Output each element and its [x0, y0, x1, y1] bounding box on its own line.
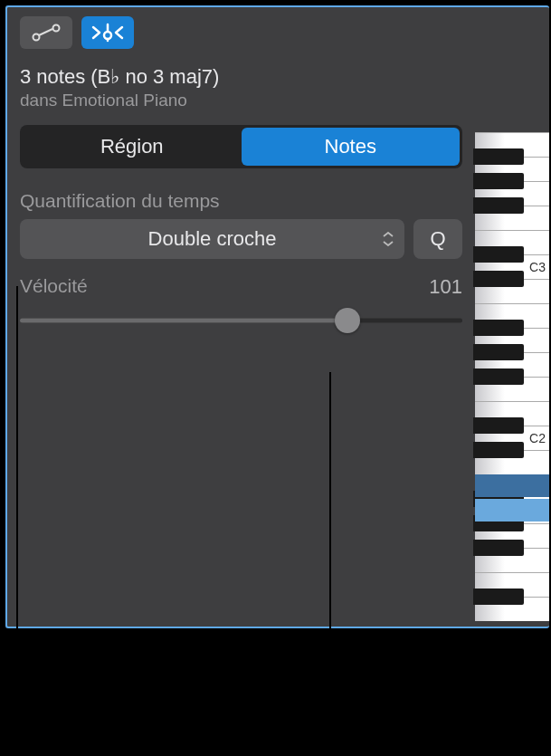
quantize-value: Double croche [148, 227, 277, 251]
black-key[interactable] [473, 417, 524, 434]
quantize-apply-button[interactable]: Q [413, 219, 462, 259]
black-key[interactable] [473, 442, 524, 458]
inspector-toggle-button[interactable] [81, 16, 134, 49]
black-key[interactable] [473, 368, 524, 385]
black-key[interactable] [473, 344, 524, 360]
slider-thumb[interactable] [335, 308, 360, 333]
black-key[interactable] [473, 173, 524, 189]
velocity-slider[interactable] [20, 310, 462, 331]
piano-keyboard[interactable]: C3C2 [473, 132, 549, 627]
key-label-c2: C2 [529, 431, 546, 445]
track-subtitle: dans Emotional Piano [20, 91, 462, 110]
chevron-updown-icon [383, 232, 394, 246]
selected-key[interactable] [475, 474, 549, 497]
svg-point-0 [33, 34, 40, 41]
svg-line-1 [39, 29, 52, 35]
selected-key[interactable] [475, 499, 549, 522]
automation-toggle-button[interactable] [20, 16, 72, 49]
selection-title: 3 notes (B♭ no 3 maj7) [20, 65, 462, 89]
black-key[interactable] [473, 271, 524, 287]
quantize-dropdown[interactable]: Double croche [20, 219, 404, 259]
tab-notes[interactable]: Notes [242, 128, 461, 166]
black-key[interactable] [473, 589, 524, 605]
svg-point-2 [53, 25, 60, 32]
black-key[interactable] [473, 197, 524, 214]
key-label-c3: C3 [529, 260, 546, 274]
velocity-label: Vélocité [20, 275, 88, 299]
black-key[interactable] [473, 320, 524, 336]
black-key[interactable] [473, 148, 524, 165]
tab-switcher: Région Notes [20, 125, 462, 168]
velocity-value: 101 [429, 275, 462, 299]
tab-region[interactable]: Région [23, 128, 242, 166]
black-key[interactable] [473, 540, 524, 556]
black-key[interactable] [473, 246, 524, 263]
quantize-label: Quantification du temps [20, 190, 462, 212]
